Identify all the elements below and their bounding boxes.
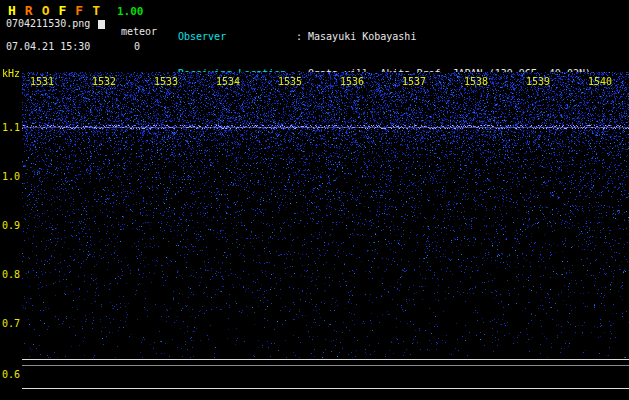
info-value-observer: Masayuki Kobayashi xyxy=(302,31,416,42)
output-filename: 0704211530.png xyxy=(6,18,90,29)
timestamp: 07.04.21 15:30 xyxy=(6,41,90,52)
x-tick-1533: 1533 xyxy=(151,76,181,87)
info-label-observer: Observer xyxy=(178,31,296,43)
level-line-lower xyxy=(22,388,629,389)
x-tick-1537: 1537 xyxy=(399,76,429,87)
level-line-upper xyxy=(22,359,629,360)
y-tick-0-8: 0.8 xyxy=(2,269,20,280)
y-tick-0-7: 0.7 xyxy=(2,318,20,329)
x-tick-1538: 1538 xyxy=(461,76,491,87)
logo-letter-r: R xyxy=(25,3,33,18)
logo-letter-o: O xyxy=(42,3,50,18)
x-tick-1531: 1531 xyxy=(27,76,57,87)
y-tick-1-0: 1.0 xyxy=(2,171,20,182)
y-tick-1-1: 1.1 xyxy=(2,122,20,133)
x-tick-1539: 1539 xyxy=(523,76,553,87)
spectrogram-canvas xyxy=(22,72,629,358)
x-tick-1540: 1540 xyxy=(585,76,615,87)
logo-letter-f2: F xyxy=(75,3,83,18)
y-axis-unit-label: kHz xyxy=(2,68,20,79)
x-tick-1535: 1535 xyxy=(275,76,305,87)
logo-letter-t: T xyxy=(92,3,100,18)
x-tick-1536: 1536 xyxy=(337,76,367,87)
y-tick-0-9: 0.9 xyxy=(2,220,20,231)
app-logo: HROFFT1.00 xyxy=(8,3,143,18)
x-tick-1534: 1534 xyxy=(213,76,243,87)
level-line-mid xyxy=(22,365,629,366)
logo-letter-f1: F xyxy=(58,3,66,18)
mode-label: meteor xyxy=(121,26,157,37)
info-row-observer: Observer:Masayuki Kobayashi xyxy=(178,31,591,43)
logo-letter-h: H xyxy=(8,3,16,18)
x-tick-1532: 1532 xyxy=(89,76,119,87)
echo-count: 0 xyxy=(134,41,140,52)
app-version: 1.00 xyxy=(117,5,144,18)
cursor-block xyxy=(98,20,105,29)
y-tick-0-6: 0.6 xyxy=(2,369,20,380)
